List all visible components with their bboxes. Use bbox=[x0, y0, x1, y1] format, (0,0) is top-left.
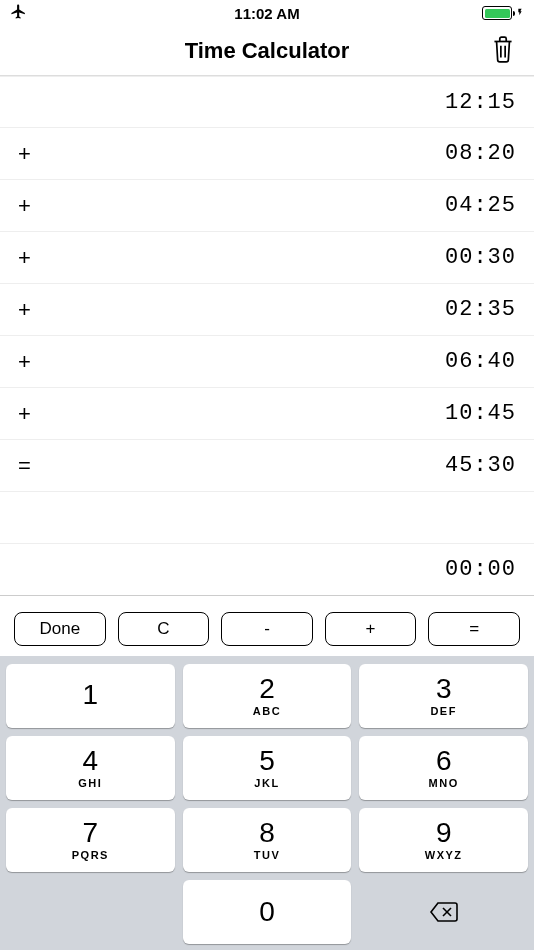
key-6[interactable]: 6 MNO bbox=[359, 736, 528, 800]
row-operator: + bbox=[18, 193, 38, 219]
list-item: = 45:30 bbox=[0, 440, 534, 492]
backspace-button[interactable] bbox=[359, 880, 528, 944]
keypad-spacer bbox=[6, 880, 175, 944]
battery-icon bbox=[482, 6, 512, 20]
clear-button[interactable]: C bbox=[118, 612, 210, 646]
page-title: Time Calculator bbox=[185, 38, 350, 64]
list-item: + 00:30 bbox=[0, 232, 534, 284]
done-button[interactable]: Done bbox=[14, 612, 106, 646]
key-4[interactable]: 4 GHI bbox=[6, 736, 175, 800]
row-operator: + bbox=[18, 141, 38, 167]
row-value: 12:15 bbox=[445, 90, 516, 115]
list-item: 12:15 bbox=[0, 76, 534, 128]
row-operator: + bbox=[18, 245, 38, 271]
row-value: 10:45 bbox=[445, 401, 516, 426]
row-value: 45:30 bbox=[445, 453, 516, 478]
backspace-icon bbox=[429, 901, 459, 923]
key-7[interactable]: 7 PQRS bbox=[6, 808, 175, 872]
charging-icon bbox=[516, 5, 524, 22]
row-operator: + bbox=[18, 349, 38, 375]
row-operator: + bbox=[18, 297, 38, 323]
calculation-list: 12:15 + 08:20 + 04:25 + 00:30 + 02:35 + … bbox=[0, 76, 534, 602]
minus-button[interactable]: - bbox=[221, 612, 313, 646]
row-value: 02:35 bbox=[445, 297, 516, 322]
equals-button[interactable]: = bbox=[428, 612, 520, 646]
key-8[interactable]: 8 TUV bbox=[183, 808, 352, 872]
plus-button[interactable]: + bbox=[325, 612, 417, 646]
row-value: 04:25 bbox=[445, 193, 516, 218]
airplane-mode-icon bbox=[10, 3, 27, 23]
trash-icon bbox=[490, 34, 516, 64]
list-item: + 04:25 bbox=[0, 180, 534, 232]
row-operator: = bbox=[18, 453, 38, 479]
status-bar: 11:02 AM bbox=[0, 0, 534, 26]
key-5[interactable]: 5 JKL bbox=[183, 736, 352, 800]
key-9[interactable]: 9 WXYZ bbox=[359, 808, 528, 872]
toolbar: Done C - + = bbox=[0, 602, 534, 656]
key-3[interactable]: 3 DEF bbox=[359, 664, 528, 728]
row-operator: + bbox=[18, 401, 38, 427]
list-item: + 06:40 bbox=[0, 336, 534, 388]
row-value: 00:30 bbox=[445, 245, 516, 270]
current-entry-row: 00:00 bbox=[0, 544, 534, 596]
list-item: + 08:20 bbox=[0, 128, 534, 180]
status-time: 11:02 AM bbox=[234, 5, 299, 22]
list-item: + 02:35 bbox=[0, 284, 534, 336]
row-value: 06:40 bbox=[445, 349, 516, 374]
key-0[interactable]: 0 bbox=[183, 880, 352, 944]
number-keypad: 1 2 ABC 3 DEF 4 GHI 5 JKL 6 MNO 7 PQRS bbox=[0, 656, 534, 950]
current-value: 00:00 bbox=[445, 557, 516, 582]
row-value: 08:20 bbox=[445, 141, 516, 166]
key-1[interactable]: 1 bbox=[6, 664, 175, 728]
trash-button[interactable] bbox=[486, 30, 520, 71]
header: Time Calculator bbox=[0, 26, 534, 76]
key-2[interactable]: 2 ABC bbox=[183, 664, 352, 728]
spacer bbox=[0, 492, 534, 544]
list-item: + 10:45 bbox=[0, 388, 534, 440]
